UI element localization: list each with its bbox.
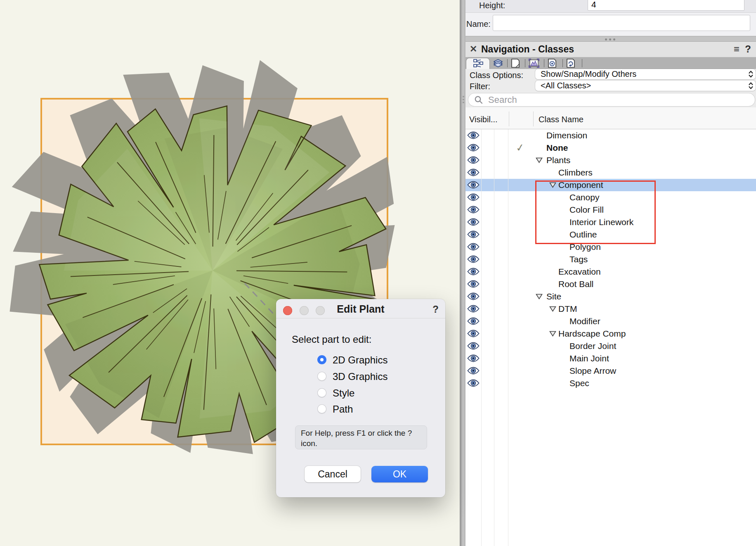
radio-dot-icon[interactable] [317,355,326,364]
visibility-eye-icon[interactable] [467,292,480,300]
toolbar-separator [582,59,582,67]
visibility-eye-icon[interactable] [467,342,480,350]
references-icon[interactable] [565,58,576,68]
class-row[interactable]: Main Joint [465,352,756,365]
visibility-eye-icon[interactable] [467,268,480,275]
visibility-eye-icon[interactable] [467,379,480,387]
palette-drag-handle[interactable] [463,95,465,105]
visibility-eye-icon[interactable] [467,330,480,337]
visibility-eye-icon[interactable] [467,280,480,288]
classes-hierarchy-icon [473,58,484,68]
class-name-label: Tags [569,254,588,264]
class-row[interactable]: DTM [465,303,756,315]
visibility-eye-icon[interactable] [467,206,480,214]
visibility-eye-icon[interactable] [467,354,480,362]
disclosure-triangle-icon[interactable] [536,157,543,165]
name-field[interactable] [493,15,750,31]
dialog-titlebar[interactable]: Edit Plant ? [276,299,445,318]
visibility-eye-icon[interactable] [467,317,480,325]
visibility-eye-icon[interactable] [467,305,480,313]
visibility-eye-icon[interactable] [467,131,480,139]
radio-label: 3D Graphics [333,371,387,382]
visibility-eye-icon[interactable] [467,169,480,176]
menu-icon[interactable]: ≡ [734,43,739,55]
class-row[interactable]: Plants [465,154,756,166]
radio-dot-icon[interactable] [317,404,326,413]
search-box[interactable] [468,93,755,106]
class-options-dropdown[interactable]: Show/Snap/Modify Others [535,69,756,79]
radio-label: 2D Graphics [333,354,387,366]
close-icon[interactable]: ✕ [470,44,477,55]
class-name-label: Border Joint [569,341,616,351]
column-separator[interactable] [533,112,534,126]
class-name-label: Climbers [558,168,593,178]
disclosure-triangle-icon[interactable] [549,331,556,338]
visibility-eye-icon[interactable] [467,218,480,226]
visibility-eye-icon[interactable] [467,181,480,189]
saved-views-icon[interactable] [547,58,558,68]
active-class-check-icon: ✓ [515,141,525,154]
visibility-eye-icon[interactable] [467,255,480,263]
column-separator[interactable] [509,112,509,126]
stepper-arrows-icon [748,70,754,78]
class-name-label: Dimension [546,131,587,140]
class-row[interactable]: Hardscape Comp [465,328,756,340]
class-name-label: Excavation [558,267,601,277]
design-layers-icon[interactable] [493,58,503,68]
palette-header: ✕ Navigation - Classes ≡ ? [465,42,756,57]
grid-line [494,129,494,546]
height-field[interactable] [588,0,744,11]
class-row[interactable]: Dimension [465,129,756,142]
class-name-label: Slope Arrow [569,366,616,376]
edit-plant-dialog: Edit Plant ? Select part to edit: 2D Gra… [276,299,445,497]
grid-line [508,129,508,546]
class-name-label: Hardscape Comp [558,329,626,339]
class-row[interactable]: Climbers [465,166,756,179]
filter-dropdown[interactable]: <All Classes> [535,81,756,91]
ok-button[interactable]: OK [371,466,428,482]
grid-line [481,129,482,546]
class-row[interactable]: Spec [465,377,756,389]
splitter-dot [613,38,615,40]
application-window: Height: Name: ✕ Navigation - Classes ≡ ? [0,0,756,546]
palette-splitter[interactable] [465,36,756,42]
class-row[interactable]: Site [465,290,756,303]
column-class-name[interactable]: Class Name [539,115,584,124]
dialog-title: Edit Plant [276,303,445,315]
class-row[interactable]: ✓None [465,142,756,154]
class-row[interactable]: Tags [465,253,756,266]
class-name-label: Plants [546,155,570,165]
height-label: Height: [479,1,505,10]
toolbar-separator [507,59,508,67]
disclosure-triangle-icon[interactable] [536,294,543,301]
palette-title: Navigation - Classes [481,44,574,55]
dialog-help-text: For Help, press F1 or click the ? icon. [301,428,421,449]
class-row[interactable]: Modifier [465,315,756,328]
class-row[interactable]: Slope Arrow [465,365,756,377]
class-row[interactable]: Excavation [465,266,756,278]
radio-dot-icon[interactable] [317,388,326,397]
disclosure-triangle-icon[interactable] [549,306,556,313]
sheet-layers-icon[interactable] [510,58,521,68]
dialog-help-icon[interactable]: ? [432,304,439,315]
class-name-label: Site [546,292,561,301]
class-name-label: Modifier [569,316,600,326]
cancel-button[interactable]: Cancel [305,466,361,482]
visibility-eye-icon[interactable] [467,193,480,201]
visibility-eye-icon[interactable] [467,156,480,164]
viewports-icon[interactable] [528,58,540,68]
visibility-eye-icon[interactable] [467,144,480,152]
radio-dot-icon[interactable] [317,372,326,381]
class-row[interactable]: Root Ball [465,278,756,290]
column-visibility[interactable]: Visibil... [469,115,498,124]
panel-divider[interactable] [460,0,465,546]
visibility-eye-icon[interactable] [467,243,480,251]
class-name-label: Main Joint [569,354,609,363]
search-input[interactable] [487,95,737,105]
class-row[interactable]: Border Joint [465,340,756,352]
help-icon[interactable]: ? [745,43,751,55]
filter-label: Filter: [470,82,490,91]
class-name-label: Root Ball [558,279,593,289]
visibility-eye-icon[interactable] [467,367,480,375]
visibility-eye-icon[interactable] [467,230,480,238]
